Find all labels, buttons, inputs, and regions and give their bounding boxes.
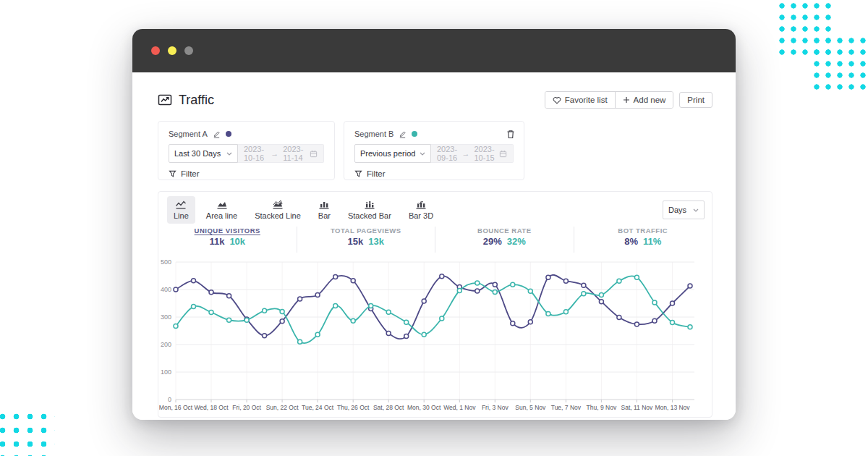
- tab-label: Bar: [318, 211, 331, 220]
- segment-a-color-dot: [226, 131, 231, 137]
- segment-a-filter-button[interactable]: Filter: [169, 169, 200, 178]
- svg-text:Sun, 22 Oct: Sun, 22 Oct: [266, 404, 299, 411]
- page-title-text: Traffic: [179, 93, 214, 108]
- page-header: Traffic Favorite list: [158, 91, 712, 109]
- tab-line[interactable]: Line: [167, 196, 195, 224]
- close-window-button[interactable]: [151, 46, 160, 55]
- segment-a-date-start: 2023-10-16: [244, 145, 266, 162]
- metric-values: 11k10k: [209, 236, 245, 247]
- metric-values: 8%11%: [624, 236, 661, 247]
- tab-bar[interactable]: Bar: [312, 196, 337, 224]
- metric-bounce-rate[interactable]: BOUNCE RATE29%32%: [435, 227, 574, 253]
- metric-value-segment-a: 15k: [348, 236, 364, 247]
- interval-select-value: Days: [668, 206, 686, 214]
- metric-bot-traffic[interactable]: BOT TRAFFIC8%11%: [574, 227, 712, 253]
- metric-total-pageviews[interactable]: TOTAL PAGEVIEWS15k13k: [297, 227, 435, 253]
- chart-type-tabs: LineArea lineStacked LineBarStacked BarB…: [167, 196, 440, 224]
- metric-values: 29%32%: [483, 236, 526, 247]
- svg-text:Sat, 28 Oct: Sat, 28 Oct: [373, 404, 404, 411]
- segment-b-controls: Previous period 2023-09-16 → 2023-10-15: [354, 144, 514, 163]
- favorite-list-label: Favorite list: [565, 96, 608, 104]
- segment-a-period-select[interactable]: Last 30 Days: [169, 144, 238, 163]
- browser-window: Traffic Favorite list: [132, 29, 736, 420]
- segment-b-date-range[interactable]: 2023-09-16 → 2023-10-15: [431, 144, 514, 163]
- maximize-window-button[interactable]: [184, 46, 193, 55]
- area-chart-icon: [216, 200, 228, 210]
- svg-text:Thu, 26 Oct: Thu, 26 Oct: [337, 404, 370, 411]
- svg-text:Tue, 24 Oct: Tue, 24 Oct: [302, 404, 334, 411]
- calendar-icon: [499, 150, 507, 158]
- chevron-down-icon: [420, 152, 425, 156]
- svg-text:500: 500: [161, 258, 171, 266]
- segment-b-date-end: 2023-10-15: [475, 145, 495, 162]
- metric-value-segment-a: 29%: [483, 236, 502, 247]
- favorite-list-button[interactable]: Favorite list: [545, 92, 615, 108]
- interval-select[interactable]: Days: [663, 200, 705, 219]
- stacked-bar-chart-icon: [364, 200, 375, 210]
- metric-label: BOUNCE RATE: [477, 227, 531, 235]
- metric-values: 15k13k: [348, 236, 384, 247]
- stacked-line-chart-icon: [272, 200, 284, 210]
- metric-value-segment-b: 11%: [643, 236, 661, 247]
- metric-label: BOT TRAFFIC: [618, 227, 668, 235]
- segment-a-panel: Segment A Last 30 Days: [158, 121, 335, 180]
- segment-a-date-range[interactable]: 2023-10-16 → 2023-11-14: [238, 144, 324, 163]
- segment-b-period-select[interactable]: Previous period: [354, 144, 431, 163]
- delete-segment-trash-icon[interactable]: [506, 130, 515, 139]
- segment-a-header: Segment A: [169, 130, 324, 138]
- svg-text:Sat, 11 Nov: Sat, 11 Nov: [621, 404, 654, 411]
- tab-label: Stacked Bar: [348, 211, 391, 220]
- tab-stacked-line[interactable]: Stacked Line: [248, 196, 307, 224]
- svg-text:Wed, 1 Nov: Wed, 1 Nov: [443, 404, 476, 411]
- metric-value-segment-a: 8%: [624, 236, 638, 247]
- page-content: Traffic Favorite list: [132, 72, 736, 420]
- svg-text:Sun, 5 Nov: Sun, 5 Nov: [515, 404, 546, 411]
- svg-text:Mon, 30 Oct: Mon, 30 Oct: [407, 404, 441, 411]
- tab-stacked-bar[interactable]: Stacked Bar: [341, 196, 398, 224]
- tab-label: Stacked Line: [255, 211, 301, 220]
- chevron-down-icon: [693, 208, 699, 212]
- segment-a-date-end: 2023-11-14: [283, 145, 305, 162]
- svg-text:Thu, 9 Nov: Thu, 9 Nov: [587, 404, 617, 411]
- segment-b-period-value: Previous period: [360, 149, 415, 158]
- chevron-down-icon: [226, 152, 232, 156]
- segment-b-name: Segment B: [354, 130, 393, 138]
- heart-icon: [553, 96, 561, 104]
- add-new-label: Add new: [634, 96, 666, 104]
- segment-a-filter-label: Filter: [181, 169, 200, 178]
- page-title: Traffic: [158, 93, 214, 108]
- svg-text:0: 0: [168, 396, 171, 403]
- edit-pencil-icon[interactable]: [399, 130, 407, 138]
- add-new-button[interactable]: Add new: [615, 92, 673, 108]
- metric-label: UNIQUE VISITORS: [195, 227, 260, 235]
- segment-b-color-dot: [412, 131, 417, 137]
- segment-a-period-value: Last 30 Days: [174, 149, 221, 158]
- filter-funnel-icon: [354, 170, 362, 178]
- tab-label: Bar 3D: [409, 211, 433, 220]
- metric-value-segment-a: 11k: [209, 236, 224, 247]
- segment-b-filter-label: Filter: [367, 169, 386, 178]
- metric-unique-visitors[interactable]: UNIQUE VISITORS11k10k: [158, 227, 297, 253]
- line-chart-icon: [175, 200, 187, 210]
- segment-a-name: Segment A: [169, 130, 208, 138]
- arrow-right-icon: →: [462, 149, 470, 158]
- chart-panel: LineArea lineStacked LineBarStacked BarB…: [158, 191, 712, 418]
- svg-text:Mon, 13 Nov: Mon, 13 Nov: [655, 404, 690, 411]
- calendar-icon: [310, 150, 318, 158]
- header-buttons: Favorite list Add new Print: [545, 91, 712, 109]
- tab-label: Area line: [206, 211, 237, 220]
- segment-b-date-start: 2023-09-16: [437, 145, 458, 162]
- segment-a-controls: Last 30 Days 2023-10-16 → 2023-11-14: [169, 144, 324, 163]
- minimize-window-button[interactable]: [168, 46, 176, 55]
- traffic-line-chart[interactable]: Mon, 16 OctWed, 18 OctFri, 20 OctSun, 22…: [158, 254, 696, 420]
- segments-row: Segment A Last 30 Days: [158, 121, 712, 180]
- print-button[interactable]: Print: [679, 92, 712, 108]
- segment-b-filter-button[interactable]: Filter: [354, 169, 386, 178]
- decorative-dots-bottom-left: [0, 410, 55, 456]
- svg-text:Fri, 3 Nov: Fri, 3 Nov: [482, 404, 509, 411]
- edit-pencil-icon[interactable]: [213, 130, 221, 138]
- svg-text:100: 100: [161, 368, 171, 376]
- svg-text:Tue, 7 Nov: Tue, 7 Nov: [551, 404, 582, 411]
- tab-area-line[interactable]: Area line: [200, 196, 244, 224]
- tab-bar-3d[interactable]: Bar 3D: [402, 196, 440, 224]
